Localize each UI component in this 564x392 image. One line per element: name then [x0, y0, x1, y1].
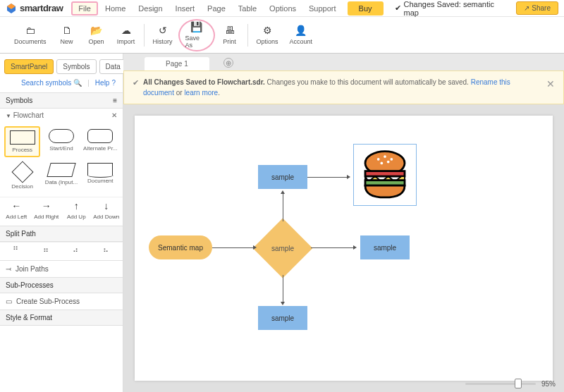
options-button[interactable]: ⚙Options	[251, 21, 284, 49]
check-icon: ✔	[395, 4, 401, 13]
history-button[interactable]: ↺History	[147, 21, 178, 49]
svg-point-1	[377, 158, 380, 161]
menu-options[interactable]: Options	[264, 1, 302, 16]
search-icon: 🔍	[73, 79, 82, 87]
gear-icon: ⚙	[263, 25, 272, 36]
menu-page[interactable]: Page	[202, 1, 231, 16]
menu-table[interactable]: Table	[233, 1, 262, 16]
buy-button[interactable]: Buy	[348, 1, 384, 16]
split-path-row: ⠛ ⠶ ⠴ ⠦	[0, 242, 123, 260]
shapes-grid: Process Start/End Alternate Pr... Decisi…	[0, 122, 123, 197]
node-image[interactable]	[353, 144, 417, 206]
account-button[interactable]: 👤Account	[284, 21, 319, 49]
save-status: ✔ Changes Saved: semantic map	[395, 0, 508, 17]
logo[interactable]: smartdraw	[6, 3, 63, 14]
logo-text: smartdraw	[20, 3, 63, 13]
tab-data[interactable]: Data	[99, 59, 127, 74]
arrow	[307, 177, 348, 178]
split-3-button[interactable]: ⠴	[61, 245, 92, 255]
search-symbols-link[interactable]: Search symbols 🔍	[21, 79, 82, 87]
page-tab-1[interactable]: Page 1	[145, 57, 209, 71]
node-diamond[interactable]: sample	[262, 227, 304, 269]
check-icon: ✔	[133, 77, 139, 89]
help-icon: ?	[111, 79, 116, 87]
share-button[interactable]: ↗ Share	[516, 1, 558, 15]
tab-symbols[interactable]: Symbols	[56, 59, 96, 74]
add-left-button[interactable]: ←Add Left	[1, 200, 32, 220]
node-right[interactable]: sample	[360, 235, 410, 259]
status-text: Changes Saved: semantic map	[404, 0, 508, 17]
arrow-left-icon: ←	[11, 200, 21, 212]
open-button[interactable]: 📂Open	[82, 21, 111, 49]
menu-support[interactable]: Support	[303, 1, 342, 16]
new-button[interactable]: 🗋New	[52, 21, 82, 49]
notice-text: All Changes Saved to Flowchart.sdr. Chan…	[143, 77, 542, 98]
file-icon: 🗋	[62, 25, 72, 36]
join-paths-button[interactable]: ⤙Join Paths	[0, 261, 123, 277]
documents-button[interactable]: 🗀Documents	[8, 21, 52, 49]
canvas-area: Page 1 ⊕ ✔ All Changes Saved to Flowchar…	[123, 54, 564, 392]
shape-startend[interactable]: Start/End	[43, 126, 79, 157]
subprocess-icon: ▭	[6, 298, 12, 305]
menu-insert[interactable]: Insert	[170, 1, 201, 16]
add-down-button[interactable]: ↓Add Down	[92, 200, 122, 220]
page-tabs: Page 1 ⊕	[123, 54, 564, 71]
symbol-group-row[interactable]: ▼ Flowchart ✕	[0, 109, 123, 122]
split-2-button[interactable]: ⠶	[32, 245, 62, 255]
arrow-head	[281, 302, 285, 305]
zoom-thumb[interactable]	[515, 379, 522, 388]
arrow-head	[253, 245, 257, 250]
add-up-button[interactable]: ↑Add Up	[61, 200, 92, 220]
svg-point-5	[380, 161, 383, 164]
share-label: Share	[532, 4, 551, 12]
canvas[interactable]: Semantic map sample sample sample sample	[123, 104, 564, 392]
svg-rect-6	[365, 171, 405, 176]
save-as-button[interactable]: 💾Save As	[178, 19, 215, 51]
menu-home[interactable]: Home	[99, 1, 131, 16]
paper[interactable]: Semantic map sample sample sample sample	[135, 116, 553, 381]
shape-decision[interactable]: Decision	[4, 160, 40, 192]
split-icon: ⠴	[73, 245, 80, 255]
menu-items: File Home Design Insert Page Table Optio…	[71, 1, 341, 16]
create-subprocess-button[interactable]: ▭Create Sub-Process	[0, 293, 123, 310]
shape-data[interactable]: Data (Input...	[43, 160, 79, 192]
split-path-header: Split Path	[0, 226, 123, 242]
node-bottom[interactable]: sample	[258, 306, 307, 330]
panel-tabs: SmartPanel Symbols Data ✕	[0, 54, 123, 75]
print-button[interactable]: 🖶Print	[215, 21, 245, 49]
main: SmartPanel Symbols Data ✕ Search symbols…	[0, 54, 564, 392]
helpbar: Search symbols 🔍 | Help ?	[0, 75, 123, 92]
split-icon: ⠦	[103, 245, 110, 255]
import-button[interactable]: ☁Import	[111, 21, 141, 49]
cloud-icon: ☁	[121, 25, 131, 36]
arrow	[283, 193, 283, 221]
arrow-up-icon: ↑	[74, 200, 79, 212]
logo-icon	[6, 3, 17, 14]
node-semantic-map[interactable]: Semantic map	[149, 235, 212, 259]
menu-design[interactable]: Design	[133, 1, 168, 16]
svg-point-4	[387, 160, 390, 163]
share-icon: ↗	[524, 4, 529, 12]
split-1-button[interactable]: ⠛	[1, 245, 32, 255]
close-notice-button[interactable]: ✕	[546, 77, 555, 92]
add-right-button[interactable]: →Add Right	[32, 200, 62, 220]
zoom-bar: 95%	[465, 380, 556, 388]
toolbar: 🗀Documents 🗋New 📂Open ☁Import ↺History 💾…	[0, 17, 564, 54]
shape-process[interactable]: Process	[4, 126, 40, 157]
shape-document[interactable]: Document	[82, 160, 118, 192]
subprocess-header: Sub-Processes	[0, 277, 123, 293]
join-icon: ⤙	[6, 265, 11, 273]
add-page-button[interactable]: ⊕	[223, 58, 233, 68]
learn-more-link[interactable]: learn more	[184, 89, 218, 97]
menu-file[interactable]: File	[71, 1, 98, 16]
node-top[interactable]: sample	[258, 165, 307, 189]
close-group-icon[interactable]: ✕	[111, 111, 117, 119]
menu-icon[interactable]: ≡	[113, 97, 117, 104]
menubar: smartdraw File Home Design Insert Page T…	[0, 0, 564, 17]
zoom-slider[interactable]	[465, 383, 536, 385]
help-link[interactable]: Help ?	[95, 79, 116, 87]
tab-smartpanel[interactable]: SmartPanel	[4, 59, 54, 74]
split-4-button[interactable]: ⠦	[92, 245, 122, 255]
arrow-head	[347, 175, 350, 179]
shape-alternate[interactable]: Alternate Pr...	[82, 126, 118, 157]
